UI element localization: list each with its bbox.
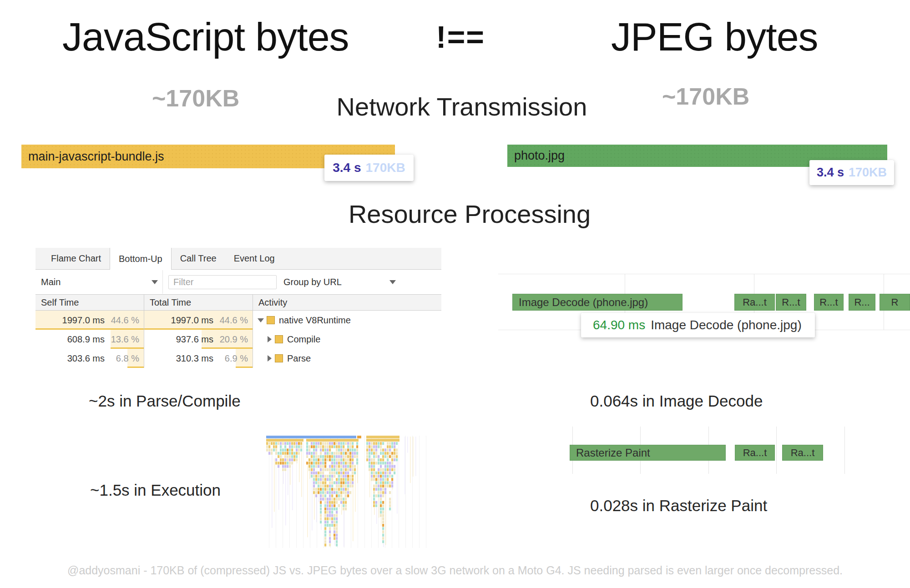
scripting-color-swatch-icon [267,316,275,324]
tab-flame-chart[interactable]: Flame Chart [42,248,110,269]
attribution-footer: @addyosmani - 170KB of (compressed) JS v… [0,564,910,577]
rasterize-paint-bar[interactable]: Rasterize Paint [570,445,726,461]
not-equal-operator: !== [436,19,485,55]
jpeg-network-tooltip: 3.4 s 170KB [809,160,894,185]
jpeg-tooltip-time: 3.4 s [817,166,844,180]
collapse-arrow-icon[interactable] [268,355,272,362]
raster-task-bar[interactable]: Ra...t [782,445,823,461]
decode-label: Image Decode (phone.jpg) [651,318,802,332]
chevron-down-icon [152,280,158,284]
image-decode-caption: 0.064s in Image Decode [590,392,763,410]
timeline-gridline [776,427,777,474]
javascript-bytes-title: JavaScript bytes [62,14,349,60]
raster-task-bar[interactable]: R [880,294,910,311]
column-total-time[interactable]: Total Time [144,295,253,310]
parse-compile-caption: ~2s in Parse/Compile [89,392,241,410]
expand-arrow-icon[interactable] [258,318,264,322]
js-size-label: ~170KB [152,85,239,112]
scripting-color-swatch-icon [275,335,283,343]
tab-bottom-up[interactable]: Bottom-Up [110,248,172,270]
raster-task-bar[interactable]: R... [849,294,875,311]
scripting-color-swatch-icon [275,354,283,362]
js-tooltip-size: 170KB [366,161,405,175]
jpeg-tooltip-size: 170KB [849,166,887,180]
js-tooltip-time: 3.4 s [333,161,361,175]
devtools-toolbar: Main Group by URL [35,270,441,295]
tab-event-log[interactable]: Event Log [225,248,283,269]
execution-caption: ~1.5s in Execution [90,481,221,499]
column-self-time[interactable]: Self Time [35,295,144,310]
activity-label: Compile [287,334,320,345]
activity-label: Parse [287,353,311,364]
self-time-cell: 303.6 ms 6.8 % [35,349,144,368]
rasterize-caption: 0.028s in Rasterize Paint [590,497,767,515]
devtools-tab-bar: Flame Chart Bottom-Up Call Tree Event Lo… [35,248,441,270]
tab-call-tree[interactable]: Call Tree [172,248,225,269]
jpeg-size-label: ~170KB [662,83,749,110]
total-time-cell: 937.6 ms 20.9 % [144,330,253,349]
activity-label: native V8Runtime [279,315,351,326]
chevron-down-icon[interactable] [389,280,396,284]
table-row[interactable]: 608.9 ms 13.6 % 937.6 ms 20.9 % Compile [35,330,441,349]
group-by-select[interactable]: Group by URL [283,270,342,295]
timeline-gridline [498,274,910,274]
flame-chart-thumbnail [265,436,432,548]
total-time-cell: 310.3 ms 6.9 % [144,349,253,368]
filter-input[interactable] [168,275,277,289]
raster-task-bar[interactable]: R...t [776,294,806,311]
raster-task-bar[interactable]: Ra...t [735,445,775,461]
jpeg-bytes-title: JPEG bytes [611,14,818,60]
collapse-arrow-icon[interactable] [268,336,272,342]
thread-select[interactable]: Main [35,277,162,287]
js-network-tooltip: 3.4 s 170KB [324,155,414,181]
devtools-panel: Flame Chart Bottom-Up Call Tree Event Lo… [35,248,441,368]
table-header: Self Time Total Time Activity [35,295,441,311]
self-time-cell: 1997.0 ms 44.6 % [35,311,144,330]
network-transmission-heading: Network Transmission [337,92,587,121]
raster-task-bar[interactable]: Ra...t [734,294,775,311]
decode-time: 64.90 ms [593,318,645,332]
image-decode-tooltip: 64.90 ms Image Decode (phone.jpg) [581,313,815,337]
column-activity[interactable]: Activity [253,295,441,310]
activity-cell: Compile [253,330,441,349]
activity-cell: Parse [253,349,441,368]
total-time-cell: 1997.0 ms 44.6 % [144,311,253,330]
raster-task-bar[interactable]: R...t [814,294,844,311]
self-time-cell: 608.9 ms 13.6 % [35,330,144,349]
group-by-value: Group by URL [283,277,342,287]
toolbar-divider [162,270,163,294]
table-row[interactable]: 303.6 ms 6.8 % 310.3 ms 6.9 % Parse [35,349,441,368]
timeline-gridline [844,427,845,474]
thread-select-value: Main [41,277,61,287]
image-decode-bar[interactable]: Image Decode (phone.jpg) [512,294,682,311]
slide: JavaScript bytes !== JPEG bytes ~170KB ~… [0,0,910,588]
resource-processing-heading: Resource Processing [349,199,591,229]
table-row[interactable]: 1997.0 ms 44.6 % 1997.0 ms 44.6 % native… [35,311,441,330]
activity-cell: native V8Runtime [253,311,441,330]
